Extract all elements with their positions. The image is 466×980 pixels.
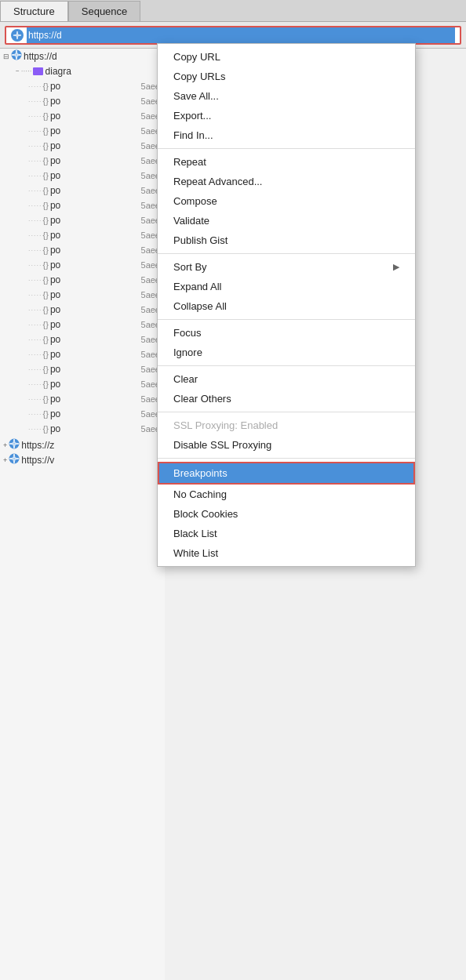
tree-item[interactable]: ····· {} po 5aee bbox=[0, 376, 165, 391]
menu-item-publish-gist[interactable]: Publish Gist bbox=[158, 230, 415, 250]
tree-item[interactable]: + https://z bbox=[0, 437, 165, 452]
menu-item-copy-urls[interactable]: Copy URLs bbox=[158, 67, 415, 86]
menu-item-copy-url[interactable]: Copy URL bbox=[158, 47, 415, 67]
menu-item-compose[interactable]: Compose bbox=[158, 191, 415, 211]
menu-separator bbox=[158, 458, 415, 459]
main-panel: Structure Sequence https://d ⊟ bbox=[0, 0, 466, 980]
menu-item-breakpoints[interactable]: Breakpoints bbox=[158, 462, 415, 485]
brace-icon: {} bbox=[43, 350, 49, 359]
brace-icon: {} bbox=[43, 275, 49, 285]
submenu-arrow-icon: ▶ bbox=[393, 262, 399, 272]
menu-separator bbox=[158, 148, 415, 149]
brace-icon: {} bbox=[43, 96, 49, 106]
tree-item[interactable]: ····· {} po 5aee bbox=[0, 183, 165, 198]
brace-icon: {} bbox=[43, 305, 49, 314]
brace-icon: {} bbox=[43, 409, 49, 419]
tree-item[interactable]: ····· {} po 5aee bbox=[0, 242, 165, 257]
tree-item[interactable]: ····· {} po 5aee bbox=[0, 317, 165, 332]
tree-item[interactable]: ····· {} po 5aee bbox=[0, 123, 165, 138]
brace-icon: {} bbox=[43, 156, 49, 165]
svg-point-3 bbox=[9, 454, 20, 464]
brace-icon: {} bbox=[43, 111, 49, 121]
menu-item-export[interactable]: Export... bbox=[158, 106, 415, 125]
tree-panel: ⊟ https://d − ····· diagra ····· {} po 5… bbox=[0, 49, 165, 980]
brace-icon: {} bbox=[43, 201, 49, 210]
menu-item-block-cookies[interactable]: Block Cookies bbox=[158, 504, 415, 524]
menu-item-disable-ssl[interactable]: Disable SSL Proxying bbox=[158, 435, 415, 455]
url-box[interactable]: https://d bbox=[5, 26, 461, 45]
tree-item[interactable]: ····· {} po 5aee bbox=[0, 257, 165, 272]
brace-icon: {} bbox=[43, 186, 49, 195]
brace-icon: {} bbox=[43, 290, 49, 299]
menu-item-expand-all[interactable]: Expand All bbox=[158, 277, 415, 296]
tree-item[interactable]: ····· {} po 5aee bbox=[0, 421, 165, 436]
tree-item[interactable]: ····· {} po 5aee bbox=[0, 227, 165, 242]
brace-icon: {} bbox=[43, 171, 49, 180]
menu-item-find-in[interactable]: Find In... bbox=[158, 125, 415, 145]
menu-item-ssl-proxying: SSL Proxying: Enabled bbox=[158, 416, 415, 435]
url-globe-icon bbox=[11, 29, 24, 42]
menu-item-collapse-all[interactable]: Collapse All bbox=[158, 296, 415, 316]
tree-item[interactable]: ····· {} po 5aee bbox=[0, 108, 165, 123]
tree-item[interactable]: ····· {} po 5aee bbox=[0, 406, 165, 421]
tree-item[interactable]: ····· {} po 5aee bbox=[0, 302, 165, 317]
menu-item-sort-by[interactable]: Sort By ▶ bbox=[158, 257, 415, 277]
folder-icon bbox=[33, 67, 43, 75]
tab-structure[interactable]: Structure bbox=[0, 1, 68, 21]
menu-separator bbox=[158, 412, 415, 412]
tree-item[interactable]: ····· {} po 5aee bbox=[0, 332, 165, 347]
menu-item-repeat-advanced[interactable]: Repeat Advanced... bbox=[158, 172, 415, 191]
brace-icon: {} bbox=[43, 82, 49, 91]
tree-item[interactable]: ····· {} po 5aee bbox=[0, 198, 165, 212]
brace-icon: {} bbox=[43, 126, 49, 136]
tree-item[interactable]: ····· {} po 5aee bbox=[0, 347, 165, 361]
menu-item-clear-others[interactable]: Clear Others bbox=[158, 389, 415, 408]
tree-item[interactable]: − ····· diagra bbox=[0, 64, 165, 78]
globe-icon bbox=[9, 438, 20, 449]
menu-item-save-all[interactable]: Save All... bbox=[158, 86, 415, 106]
svg-point-2 bbox=[9, 439, 20, 449]
expander-icon: + bbox=[3, 456, 7, 464]
tree-item[interactable]: ····· {} po 5aee bbox=[0, 212, 165, 227]
brace-icon: {} bbox=[43, 424, 49, 434]
url-text: https://d bbox=[27, 27, 455, 43]
tree-item[interactable]: ····· {} po 5aee bbox=[0, 138, 165, 153]
tab-sequence[interactable]: Sequence bbox=[68, 1, 141, 21]
brace-icon: {} bbox=[43, 379, 49, 389]
brace-icon: {} bbox=[43, 394, 49, 404]
tree-item[interactable]: ····· {} po 5aee bbox=[0, 361, 165, 376]
brace-icon: {} bbox=[43, 260, 49, 270]
menu-item-no-caching[interactable]: No Caching bbox=[158, 485, 415, 504]
tree-item[interactable]: ····· {} po 5aee bbox=[0, 391, 165, 406]
brace-icon: {} bbox=[43, 230, 49, 240]
brace-icon: {} bbox=[43, 320, 49, 329]
tree-item[interactable]: ⊟ https://d bbox=[0, 49, 165, 64]
globe-icon bbox=[11, 49, 22, 60]
expander-icon: + bbox=[3, 441, 7, 449]
menu-item-black-list[interactable]: Black List bbox=[158, 524, 415, 543]
menu-item-ignore[interactable]: Ignore bbox=[158, 343, 415, 362]
menu-item-validate[interactable]: Validate bbox=[158, 211, 415, 230]
menu-separator bbox=[158, 253, 415, 254]
tree-item[interactable]: ····· {} po 5aee bbox=[0, 78, 165, 93]
context-menu: Copy URL Copy URLs Save All... Export...… bbox=[157, 43, 416, 567]
brace-icon: {} bbox=[43, 141, 49, 151]
svg-point-1 bbox=[12, 50, 22, 60]
menu-item-white-list[interactable]: White List bbox=[158, 543, 415, 563]
brace-icon: {} bbox=[43, 365, 49, 374]
tree-item[interactable]: ····· {} po 5aee bbox=[0, 272, 165, 287]
brace-icon: {} bbox=[43, 335, 49, 344]
menu-item-repeat[interactable]: Repeat bbox=[158, 152, 415, 172]
globe-icon bbox=[9, 453, 20, 464]
tree-item[interactable]: ····· {} po 5aee bbox=[0, 168, 165, 183]
tree-item[interactable]: ····· {} po 5aee bbox=[0, 93, 165, 108]
brace-icon: {} bbox=[43, 245, 49, 255]
menu-separator bbox=[158, 365, 415, 366]
tree-item[interactable]: ····· {} po 5aee bbox=[0, 287, 165, 302]
expander-icon: ⊟ bbox=[3, 53, 9, 60]
tree-item[interactable]: + https://v bbox=[0, 452, 165, 467]
menu-item-clear[interactable]: Clear bbox=[158, 369, 415, 389]
tree-item[interactable]: ····· {} po 5aee bbox=[0, 153, 165, 168]
menu-item-focus[interactable]: Focus bbox=[158, 323, 415, 343]
tab-bar: Structure Sequence bbox=[0, 0, 466, 22]
